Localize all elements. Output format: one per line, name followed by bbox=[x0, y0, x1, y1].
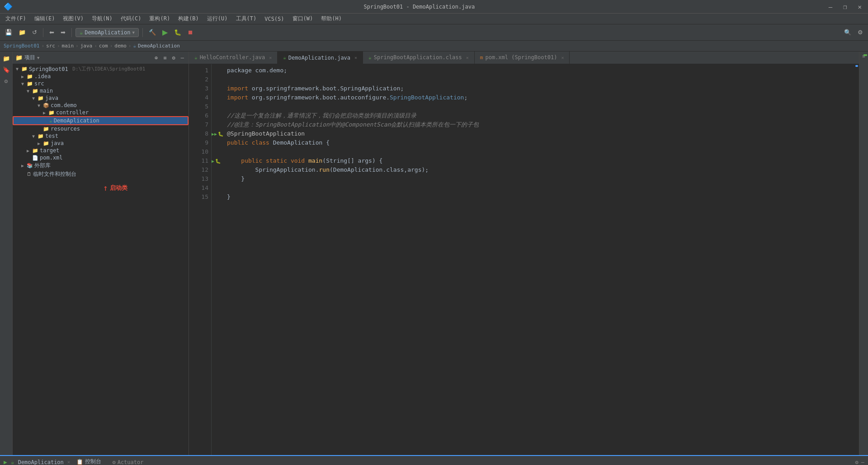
tab-close-hello[interactable]: ✕ bbox=[269, 55, 272, 60]
tree-item-scratch[interactable]: 🗒 临时文件和控制台 bbox=[13, 170, 189, 178]
breadcrumb-src[interactable]: src bbox=[46, 43, 55, 49]
debug-button[interactable]: 🐛 bbox=[172, 28, 184, 37]
tab-close-springboot[interactable]: ✕ bbox=[466, 55, 469, 60]
locate-button[interactable]: ⊕ bbox=[153, 54, 160, 62]
hide-panel-button[interactable]: — bbox=[179, 54, 186, 62]
run-config-selector[interactable]: ☕ DemoAplication ▼ bbox=[75, 28, 139, 37]
menu-item-t[interactable]: 工具(T) bbox=[232, 14, 260, 23]
menu-item-v[interactable]: 视图(V) bbox=[59, 14, 87, 23]
label-extlibs: 外部库 bbox=[34, 162, 51, 169]
title-bar: 🔷 SpringBoot01 - DemoAplication.java — ❐… bbox=[0, 0, 868, 14]
arrow-demoapplication bbox=[42, 118, 48, 123]
close-button[interactable]: ✕ bbox=[855, 2, 864, 11]
back-button[interactable]: ⬅ bbox=[47, 28, 57, 37]
tree-item-java[interactable]: ▼ 📁 java bbox=[13, 94, 189, 102]
tree-item-comdemo[interactable]: ▼ 📦 com.demo bbox=[13, 102, 189, 109]
breadcrumb-com[interactable]: com bbox=[99, 43, 108, 49]
editor-panel: ☕ HelloController.java ✕ ☕ DemoAplicatio… bbox=[189, 52, 859, 455]
tab-icon-pom: m bbox=[480, 55, 483, 61]
tree-item-test[interactable]: ▼ 📁 test bbox=[13, 132, 189, 140]
tab-pomxml[interactable]: m pom.xml (SpringBoot01) ✕ bbox=[475, 52, 570, 64]
run-main-icon[interactable]: ▶ bbox=[212, 159, 214, 164]
menu-item-b[interactable]: 构建(B) bbox=[175, 14, 203, 23]
tree-item-idea[interactable]: ▶ 📁 .idea bbox=[13, 73, 189, 80]
collapse-all-button[interactable]: ≡ bbox=[161, 54, 168, 62]
gutter-line10: 10 bbox=[189, 147, 208, 156]
gutter-line11: 11 bbox=[189, 156, 208, 165]
tree-item-resources[interactable]: 📁 resources bbox=[13, 125, 189, 132]
tab-demoapplication[interactable]: ☕ DemoAplication.java ✕ bbox=[278, 52, 363, 64]
open-button[interactable]: 📁 bbox=[16, 28, 28, 37]
tree-item-testjava[interactable]: ▶ 📁 java bbox=[13, 140, 189, 147]
menu-item-e[interactable]: 编辑(E) bbox=[31, 14, 59, 23]
gutter-line13: 13 bbox=[189, 174, 208, 183]
breadcrumb-demoapplication[interactable]: DemoAplication bbox=[138, 43, 180, 49]
menu-item-c[interactable]: 代码(C) bbox=[117, 14, 145, 23]
tree-item-controller[interactable]: ▶ 📁 controller bbox=[13, 109, 189, 116]
search-everywhere-button[interactable]: 🔍 bbox=[842, 28, 854, 37]
gutter-icon-1 bbox=[212, 66, 222, 75]
right-side-panel: ≡ bbox=[859, 52, 868, 455]
label-main: main bbox=[40, 88, 53, 94]
tree-item-main[interactable]: ▼ 📁 main bbox=[13, 87, 189, 94]
tree-item-root[interactable]: ▼ 📁 SpringBoot01 D:\工作\IDEA\SpringBoot01 bbox=[13, 65, 189, 73]
minimize-run-icon[interactable]: — bbox=[861, 459, 864, 465]
forward-button[interactable]: ➡ bbox=[58, 28, 68, 37]
run-close-icon[interactable]: ✕ bbox=[67, 459, 71, 465]
run-tab-console[interactable]: 📋 控制台 bbox=[72, 456, 106, 465]
breadcrumb-demo[interactable]: demo bbox=[114, 43, 127, 49]
settings-button[interactable]: ⚙ bbox=[855, 28, 865, 37]
menu-item-f[interactable]: 文件(F) bbox=[2, 14, 30, 23]
arrow-controller: ▶ bbox=[42, 110, 47, 115]
tab-close-demo[interactable]: ✕ bbox=[354, 55, 357, 60]
menu-item-u[interactable]: 运行(U) bbox=[203, 14, 231, 23]
breadcrumb-java[interactable]: java bbox=[80, 43, 93, 49]
minimize-button[interactable]: — bbox=[826, 2, 835, 11]
project-dropdown-icon[interactable]: ▼ bbox=[37, 56, 39, 60]
menu-item-n[interactable]: 导航(N) bbox=[88, 14, 116, 23]
debug-main-icon[interactable]: 🐛 bbox=[215, 159, 221, 164]
project-panel: 📁 项目 ▼ ⊕ ≡ ⚙ — ▼ 📁 SpringBoot01 D:\工作\ID… bbox=[13, 52, 189, 455]
toolbar-separator bbox=[43, 28, 43, 37]
tree-item-src[interactable]: ▼ 📁 src bbox=[13, 80, 189, 87]
label-java: java bbox=[45, 95, 58, 101]
menu-item-r[interactable]: 重构(R) bbox=[146, 14, 174, 23]
build-button[interactable]: 🔨 bbox=[146, 28, 158, 37]
tree-item-target[interactable]: ▶ 📁 target bbox=[13, 147, 189, 154]
gutter-line12: 12 bbox=[189, 165, 208, 174]
actuator-icon: ⚙ bbox=[112, 459, 115, 465]
tab-hellocontroller[interactable]: ☕ HelloController.java ✕ bbox=[189, 52, 278, 64]
arrow-comdemo: ▼ bbox=[36, 103, 42, 108]
maximize-button[interactable]: ❐ bbox=[840, 2, 849, 11]
sync-button[interactable]: ↺ bbox=[30, 28, 39, 37]
save-button[interactable]: 💾 bbox=[3, 28, 14, 37]
run-button[interactable]: ▶ bbox=[160, 27, 170, 38]
tab-springbootapplication[interactable]: ☕ SpringBootApplication.class ✕ bbox=[363, 52, 475, 64]
breadcrumb-class-icon: ☕ bbox=[133, 43, 136, 49]
menu-item-vcss[interactable]: VCS(S) bbox=[261, 15, 288, 23]
icon-resources: 📁 bbox=[43, 126, 49, 132]
project-icon[interactable]: 📁 bbox=[1, 53, 12, 64]
run-tab-actuator[interactable]: ⚙ Actuator bbox=[108, 457, 148, 465]
menu-item-h[interactable]: 帮助(H) bbox=[317, 14, 345, 23]
breadcrumb-main[interactable]: main bbox=[62, 43, 74, 49]
tree-item-extlibs[interactable]: ▶ 📚 外部库 bbox=[13, 161, 189, 170]
tree-item-demoapplication[interactable]: ☕ DemoAplication bbox=[13, 116, 189, 125]
structure-icon[interactable]: ⚙ bbox=[1, 76, 12, 86]
settings-run-icon[interactable]: ⚙ bbox=[855, 459, 859, 465]
project-toolbar-left: 📁 项目 ▼ bbox=[15, 54, 39, 61]
label-test: test bbox=[45, 133, 58, 139]
editor-scrollbar[interactable] bbox=[854, 64, 859, 455]
bc-sep4: › bbox=[94, 43, 97, 49]
tab-close-pom[interactable]: ✕ bbox=[561, 55, 564, 60]
tree-item-pomxml[interactable]: 📄 pom.xml bbox=[13, 154, 189, 161]
stop-button[interactable]: ⏹ bbox=[185, 28, 196, 37]
bookmark-icon[interactable]: 🔖 bbox=[1, 65, 12, 75]
arrow-idea: ▶ bbox=[20, 74, 25, 79]
run-all-icon[interactable]: ▶▶ bbox=[212, 132, 217, 136]
code-editor[interactable]: package com.demo; import org.springframe… bbox=[222, 64, 854, 455]
icon-test: 📁 bbox=[38, 133, 44, 139]
tree-options-button[interactable]: ⚙ bbox=[170, 54, 177, 62]
breadcrumb-springboot[interactable]: SpringBoot01 bbox=[4, 43, 39, 49]
menu-item-w[interactable]: 窗口(W) bbox=[289, 14, 317, 23]
